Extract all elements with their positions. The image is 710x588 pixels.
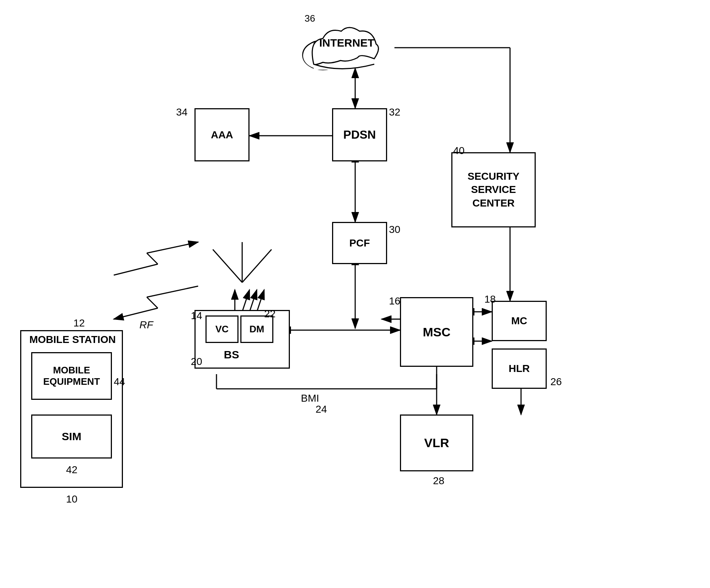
svg-line-28: [114, 308, 158, 319]
ref-34: 34: [176, 106, 187, 118]
svg-line-38: [257, 290, 264, 312]
vlr-box: VLR: [400, 414, 473, 471]
ref-42: 42: [66, 464, 77, 476]
svg-line-26: [147, 286, 198, 297]
ref-20: 20: [191, 356, 202, 368]
pcf-box: PCF: [332, 222, 387, 264]
internet-label: INTERNET: [319, 37, 374, 49]
mobile-equipment-box: MOBILEEQUIPMENT: [31, 352, 112, 400]
vc-box: VC: [205, 315, 239, 343]
ref-36: 36: [305, 13, 315, 24]
msc-box: MSC: [400, 297, 473, 367]
svg-line-39: [213, 249, 242, 282]
ref-40: 40: [453, 145, 465, 157]
ref-44: 44: [114, 376, 125, 388]
ref-32: 32: [389, 106, 400, 118]
hlr-box: HLR: [492, 348, 547, 389]
svg-line-40: [242, 249, 272, 282]
svg-line-29: [114, 264, 158, 275]
rf-label: RF: [139, 319, 153, 331]
security-service-center-box: SECURITYSERVICECENTER: [451, 152, 536, 227]
ref-24: 24: [316, 403, 327, 415]
ref-22: 22: [264, 308, 276, 320]
mobile-station-label: MOBILE STATION: [29, 334, 116, 346]
pdsn-box: PDSN: [332, 108, 387, 161]
ref-10: 10: [66, 493, 77, 505]
ref-28: 28: [433, 475, 444, 487]
aaa-box: AAA: [194, 108, 250, 161]
ref-26: 26: [550, 376, 562, 388]
bs-label: BS: [224, 348, 239, 361]
svg-line-37: [250, 290, 257, 312]
svg-line-31: [147, 242, 198, 253]
sim-box: SIM: [31, 414, 112, 459]
svg-line-30: [147, 253, 158, 264]
svg-line-27: [147, 297, 158, 308]
ref-16: 16: [389, 295, 400, 307]
ref-14: 14: [191, 310, 202, 322]
mc-box: MC: [492, 301, 547, 341]
svg-line-36: [242, 290, 250, 312]
ref-12: 12: [73, 317, 85, 329]
ref-18: 18: [484, 293, 496, 305]
ref-30: 30: [389, 224, 400, 235]
bmi-label: BMI: [301, 392, 319, 404]
